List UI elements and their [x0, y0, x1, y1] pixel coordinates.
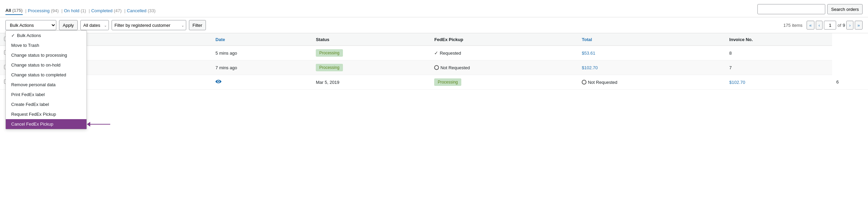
table-row: 5 mins ago Processing ✓ Requested $53.61…: [0, 46, 868, 60]
row2-fedex-cell: Not Requested: [434, 65, 574, 70]
row1-date: 5 mins ago: [211, 46, 312, 60]
page-wrapper: All (175) | Processing (94) | On hold (1…: [0, 0, 868, 204]
bulk-item-change-on-hold[interactable]: Change status to on-hold: [6, 60, 86, 70]
next-page-button[interactable]: ›: [846, 21, 853, 30]
header-status: Status: [312, 33, 430, 46]
tab-cancelled[interactable]: Cancelled (33): [127, 7, 156, 15]
tab-completed[interactable]: Completed (47): [91, 7, 122, 15]
row3-circle-icon: [582, 80, 586, 85]
bulk-item-change-processing[interactable]: Change status to processing: [6, 50, 86, 60]
row3-invoice: 6: [832, 75, 868, 90]
bulk-item-bulk-actions[interactable]: Bulk Actions: [6, 31, 86, 40]
filters-bar: Bulk Actions Bulk Actions Move to Trash …: [0, 17, 868, 33]
row1-status-badge: Processing: [316, 49, 343, 57]
row3-fedex: Not Requested: [578, 75, 725, 90]
row3-eye-cell: [211, 75, 312, 90]
row3-fedex-text: Not Requested: [588, 80, 617, 85]
prev-page-button[interactable]: ‹: [816, 21, 823, 30]
row2-total: $102.70: [578, 60, 725, 75]
page-of-label: of: [837, 23, 841, 28]
total-pages: 9: [843, 23, 845, 28]
row2-date: 7 mins ago: [211, 60, 312, 75]
last-page-button[interactable]: »: [855, 21, 863, 30]
bulk-item-request-pickup[interactable]: Request FedEx Pickup: [6, 109, 86, 119]
filter-button[interactable]: Filter: [189, 20, 206, 30]
search-orders-input[interactable]: [757, 4, 825, 14]
tab-all[interactable]: All (175): [5, 6, 23, 15]
bulk-actions-dropdown: Bulk Actions Move to Trash Change status…: [5, 30, 87, 129]
items-count: 175 items: [783, 23, 802, 28]
pagination-area: 175 items « ‹ of 9 › »: [783, 21, 863, 30]
row3-status: Processing: [430, 75, 578, 90]
bulk-item-print-fedex[interactable]: Print FedEx label: [6, 90, 86, 99]
row3-total: $102.70: [725, 75, 832, 90]
arrow-line: [90, 124, 110, 125]
table-row: #742 Devesh PluginHive Mar 5, 2019 Proce…: [0, 75, 868, 90]
row2-circle-icon: [434, 65, 439, 70]
bulk-item-create-fedex[interactable]: Create FedEx label: [6, 99, 86, 109]
customer-filter-select[interactable]: Filter by registered customer: [112, 20, 186, 30]
row2-status: Processing: [312, 60, 430, 75]
arrow-indicator: [87, 122, 110, 127]
row1-check-icon: ✓: [434, 50, 438, 56]
bulk-select: Bulk Actions: [5, 20, 56, 30]
search-orders-area: Search orders: [757, 4, 863, 17]
header-fedex: FedEx Pickup: [430, 33, 578, 46]
dates-select-wrapper: All dates: [80, 20, 109, 30]
row2-invoice: 7: [725, 60, 832, 75]
bulk-item-move-to-trash[interactable]: Move to Trash: [6, 40, 86, 50]
bulk-item-change-completed[interactable]: Change status to completed: [6, 70, 86, 80]
search-orders-button[interactable]: Search orders: [827, 4, 863, 14]
row3-status-badge: Processing: [434, 78, 461, 86]
table-row: 7 mins ago Processing Not Requested $102…: [0, 60, 868, 75]
header-date[interactable]: Date: [211, 33, 312, 46]
row1-invoice: 8: [725, 46, 832, 60]
dates-select[interactable]: All dates: [80, 20, 109, 30]
row3-fedex-cell: Not Requested: [582, 80, 721, 85]
tabs-bar: All (175) | Processing (94) | On hold (1…: [0, 0, 868, 17]
tab-on-hold[interactable]: On hold (1): [64, 7, 86, 15]
table-header-row: Date Status FedEx Pickup Total Invoice N…: [0, 33, 868, 46]
row3-date: Mar 5, 2019: [312, 75, 430, 90]
first-page-button[interactable]: «: [807, 21, 814, 30]
page-number-input[interactable]: [824, 21, 836, 30]
row2-status-badge: Processing: [316, 64, 343, 71]
orders-table: Date Status FedEx Pickup Total Invoice N…: [0, 33, 868, 90]
bulk-item-cancel-pickup[interactable]: Cancel FedEx Pickup: [6, 119, 86, 129]
bulk-actions-wrapper: Bulk Actions Bulk Actions Move to Trash …: [5, 20, 56, 30]
bulk-item-remove-personal[interactable]: Remove personal data: [6, 80, 86, 90]
apply-button[interactable]: Apply: [59, 20, 78, 30]
row1-status: Processing: [312, 46, 430, 60]
header-total[interactable]: Total: [578, 33, 725, 46]
row2-fedex-text: Not Requested: [440, 65, 470, 70]
row3-eye-icon: [215, 79, 221, 85]
row1-fedex-text: Requested: [440, 51, 461, 56]
tab-processing[interactable]: Processing (94): [28, 7, 59, 15]
row1-fedex-cell: ✓ Requested: [434, 50, 574, 56]
bulk-actions-select[interactable]: Bulk Actions: [5, 20, 56, 30]
row1-fedex: ✓ Requested: [430, 46, 578, 60]
row2-fedex: Not Requested: [430, 60, 578, 75]
header-invoice: Invoice No.: [725, 33, 832, 46]
row1-total: $53.61: [578, 46, 725, 60]
customer-select-wrapper: Filter by registered customer: [112, 20, 186, 30]
